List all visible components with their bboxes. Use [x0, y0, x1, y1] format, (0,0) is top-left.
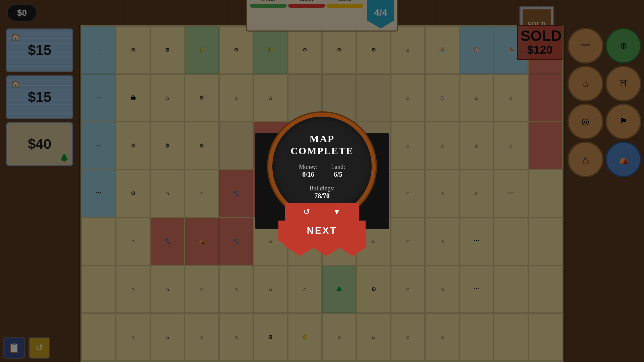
- down-modal-icon: ▼: [333, 207, 341, 217]
- next-button[interactable]: NEXT: [278, 221, 366, 241]
- buildings-stat: Buildings: 78/70: [309, 185, 334, 200]
- modal-icons-row: ↺ ▼: [285, 203, 359, 221]
- land-label: Land:: [331, 164, 345, 171]
- modal-container: MAP COMPLETE Money: 0/16 Land: 6/5 Build…: [245, 106, 399, 256]
- modal-overlay: MAP COMPLETE Money: 0/16 Land: 6/5 Build…: [0, 0, 644, 362]
- buildings-value: 78/70: [314, 192, 330, 200]
- buildings-label: Buildings:: [309, 185, 334, 192]
- modal-stats: Money: 0/16 Land: 6/5: [299, 164, 345, 178]
- land-value: 6/5: [334, 171, 342, 178]
- modal-bottom: ↺ ▼ NEXT: [272, 203, 372, 256]
- money-value: 0/16: [302, 171, 314, 178]
- ribbon-bottom: [278, 239, 366, 256]
- money-label: Money:: [299, 164, 318, 171]
- modal-title: MAP COMPLETE: [290, 133, 354, 157]
- refresh-modal-icon[interactable]: ↺: [303, 207, 310, 217]
- land-stat: Land: 6/5: [331, 164, 345, 178]
- money-stat: Money: 0/16: [299, 164, 318, 178]
